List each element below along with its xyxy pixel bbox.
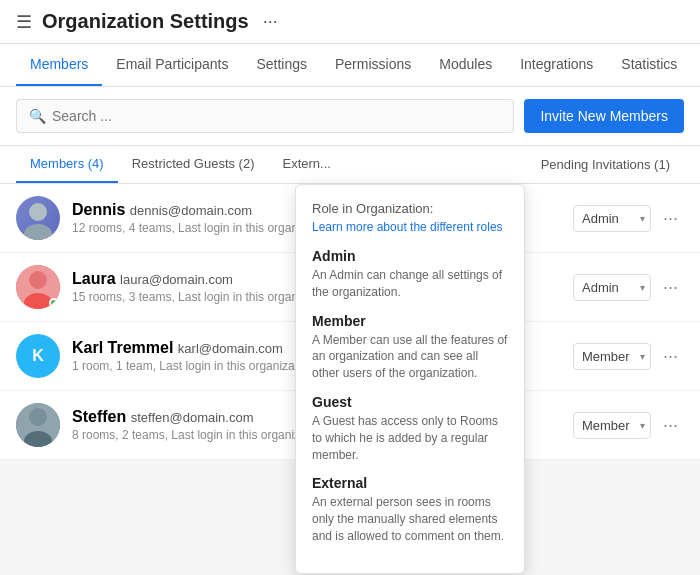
role-title-member: Member — [312, 313, 508, 329]
header-ellipsis-icon[interactable]: ··· — [263, 11, 278, 32]
tab-email-participants[interactable]: Email Participants — [102, 44, 242, 86]
role-member: Member A Member can use all the features… — [312, 313, 508, 382]
tab-settings[interactable]: Settings — [242, 44, 321, 86]
avatar-image-dennis — [16, 196, 60, 240]
member-role-controls: AdminMemberGuestExternal ··· — [573, 343, 684, 370]
role-select[interactable]: AdminMemberGuestExternal — [573, 412, 651, 439]
avatar-image-steffen — [16, 403, 60, 447]
avatar: K — [16, 334, 60, 378]
main-tabs: Members Email Participants Settings Perm… — [0, 44, 700, 87]
search-icon: 🔍 — [29, 108, 46, 124]
tab-members[interactable]: Members — [16, 44, 102, 86]
role-external: External An external person sees in room… — [312, 475, 508, 544]
svg-point-3 — [29, 271, 47, 289]
role-desc-member: A Member can use all the features of an … — [312, 332, 508, 382]
dropdown-header: Role in Organization: — [312, 201, 508, 216]
member-role-controls: AdminMemberGuestExternal ··· — [573, 205, 684, 232]
role-select[interactable]: AdminMemberGuestExternal — [573, 274, 651, 301]
tab-integrations[interactable]: Integrations — [506, 44, 607, 86]
role-title-guest: Guest — [312, 394, 508, 410]
app-header: ☰ Organization Settings ··· — [0, 0, 700, 44]
toolbar: 🔍 Invite New Members ☞ — [0, 87, 700, 146]
tab-permissions[interactable]: Permissions — [321, 44, 425, 86]
role-select[interactable]: AdminMemberGuestExternal — [573, 205, 651, 232]
role-desc-external: An external person sees in rooms only th… — [312, 494, 508, 544]
role-guest: Guest A Guest has access only to Rooms t… — [312, 394, 508, 463]
member-more-button[interactable]: ··· — [657, 275, 684, 300]
online-indicator — [49, 298, 59, 308]
role-title-external: External — [312, 475, 508, 491]
svg-point-0 — [29, 203, 47, 221]
avatar — [16, 265, 60, 309]
avatar — [16, 403, 60, 447]
svg-point-1 — [24, 224, 52, 240]
cursor-icon: ☞ — [658, 129, 674, 151]
avatar — [16, 196, 60, 240]
member-more-button[interactable]: ··· — [657, 413, 684, 438]
page-title: Organization Settings — [42, 10, 249, 33]
invite-new-members-button[interactable]: Invite New Members ☞ — [524, 99, 684, 133]
tab-modules[interactable]: Modules — [425, 44, 506, 86]
role-wrapper: AdminMemberGuestExternal — [573, 412, 651, 439]
search-box: 🔍 — [16, 99, 514, 133]
role-info-dropdown: Role in Organization: Learn more about t… — [295, 184, 525, 574]
role-desc-guest: A Guest has access only to Rooms to whic… — [312, 413, 508, 463]
member-role-controls: AdminMemberGuestExternal ··· — [573, 274, 684, 301]
role-admin: Admin An Admin can change all settings o… — [312, 248, 508, 301]
member-more-button[interactable]: ··· — [657, 206, 684, 231]
svg-point-6 — [29, 408, 47, 426]
role-title-admin: Admin — [312, 248, 508, 264]
learn-more-link[interactable]: Learn more about the different roles — [312, 220, 508, 234]
role-desc-admin: An Admin can change all settings of the … — [312, 267, 508, 301]
sub-tabs: Members (4) Restricted Guests (2) Extern… — [0, 146, 700, 184]
role-wrapper: AdminMemberGuestExternal — [573, 343, 651, 370]
member-role-controls: AdminMemberGuestExternal ··· — [573, 412, 684, 439]
member-list-container: Dennis dennis@domain.com 12 rooms, 4 tea… — [0, 184, 700, 460]
tab-statistics[interactable]: Statistics — [607, 44, 691, 86]
sub-tab-restricted-guests[interactable]: Restricted Guests (2) — [118, 146, 269, 183]
search-input[interactable] — [52, 108, 501, 124]
member-more-button[interactable]: ··· — [657, 344, 684, 369]
sub-tab-members[interactable]: Members (4) — [16, 146, 118, 183]
sub-tab-external[interactable]: Extern... — [269, 146, 345, 183]
role-wrapper: AdminMemberGuestExternal — [573, 274, 651, 301]
role-wrapper: AdminMemberGuestExternal — [573, 205, 651, 232]
hamburger-icon[interactable]: ☰ — [16, 11, 32, 33]
pending-invitations-link[interactable]: Pending Invitations (1) — [527, 147, 684, 182]
role-select[interactable]: AdminMemberGuestExternal — [573, 343, 651, 370]
